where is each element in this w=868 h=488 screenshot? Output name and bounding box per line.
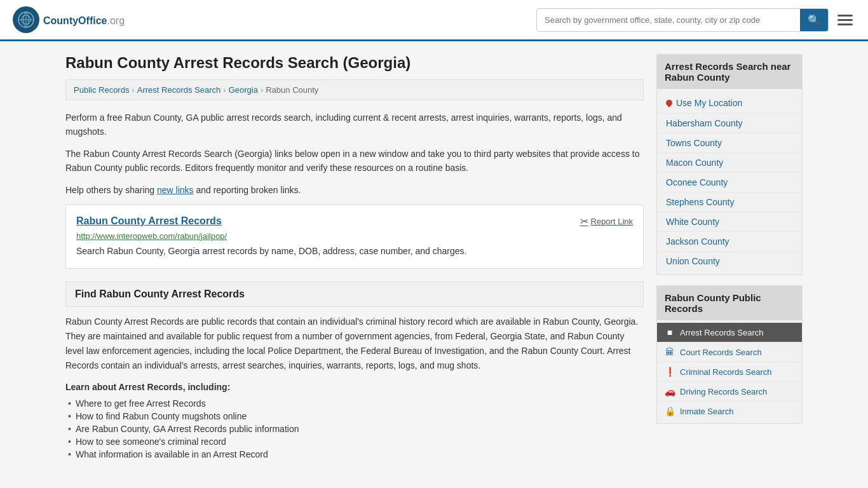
logo-text: CountyOffice.org — [43, 13, 125, 27]
sidebar-nearby-link[interactable]: Habersham County — [657, 114, 802, 133]
breadcrumb-rabun: Rabun County — [266, 85, 318, 95]
breadcrumb-sep-3: › — [261, 85, 263, 95]
pub-records-list: ■Arrest Records Search🏛Court Records Sea… — [657, 320, 802, 423]
main-container: Rabun County Arrest Records Search (Geor… — [53, 54, 815, 461]
header-right: 🔍 — [536, 8, 855, 32]
scissors-icon: ✂ — [580, 215, 588, 227]
sidebar-nearby-header: Arrest Records Search near Rabun County — [657, 55, 802, 89]
find-section-body: Rabun County Arrest Records are public r… — [65, 315, 644, 373]
record-type-label: Court Records Search — [680, 348, 762, 357]
desc-paragraph-1: Perform a free Rabun County, GA public a… — [65, 111, 644, 139]
sidebar-nearby-link[interactable]: Oconee County — [657, 173, 802, 193]
report-link[interactable]: ✂ Report Link — [580, 215, 633, 227]
pub-record-item[interactable]: ■Arrest Records Search — [657, 323, 802, 342]
sidebar-nearby-link[interactable]: Towns County — [657, 133, 802, 153]
sidebar-nearby-section: Arrest Records Search near Rabun County … — [656, 54, 803, 275]
learn-list-item: What information is available in an Arre… — [65, 448, 644, 461]
record-type-icon: 🔒 — [665, 406, 675, 416]
record-type-icon: 🚗 — [665, 386, 675, 396]
learn-list-item: How to find Rabun County mugshots online — [65, 410, 644, 423]
record-description: Search Rabun County, Georgia arrest reco… — [76, 245, 633, 258]
logo-area: CountyOffice.org — [13, 6, 125, 33]
breadcrumb-sep-2: › — [223, 85, 226, 95]
use-location-link[interactable]: Use My Location — [657, 93, 802, 114]
learn-list-item: Are Rabun County, GA Arrest Records publ… — [65, 423, 644, 435]
menu-button[interactable] — [835, 12, 855, 28]
pub-record-item[interactable]: 🏛Court Records Search — [657, 342, 802, 362]
pub-record-item[interactable]: ❗Criminal Records Search — [657, 362, 802, 382]
record-card: Rabun County Arrest Records ✂ Report Lin… — [65, 205, 644, 269]
search-button[interactable]: 🔍 — [800, 9, 828, 31]
sidebar-nearby-links: Use My Location Habersham CountyTowns Co… — [657, 89, 802, 274]
location-icon — [665, 98, 674, 107]
learn-list-item: Where to get free Arrest Records — [65, 397, 644, 410]
sidebar-nearby-link[interactable]: White County — [657, 212, 802, 232]
breadcrumb-arrest-records[interactable]: Arrest Records Search — [137, 85, 221, 95]
sidebar-public-records-section: Rabun County Public Records ■Arrest Reco… — [656, 285, 803, 424]
record-type-icon: ❗ — [665, 367, 675, 377]
desc-paragraph-3: Help others by sharing new links and rep… — [65, 183, 644, 197]
search-bar: 🔍 — [536, 8, 829, 32]
record-type-icon: 🏛 — [665, 347, 675, 357]
breadcrumb: Public Records › Arrest Records Search ›… — [65, 79, 644, 100]
search-input[interactable] — [537, 10, 800, 30]
sidebar: Arrest Records Search near Rabun County … — [656, 54, 803, 461]
desc3b-text: and reporting broken links. — [196, 185, 301, 195]
desc3-text: Help others by sharing — [65, 185, 154, 195]
breadcrumb-georgia[interactable]: Georgia — [229, 85, 258, 95]
breadcrumb-sep-1: › — [132, 85, 134, 95]
sidebar-public-records-header: Rabun County Public Records — [657, 286, 802, 320]
page-title: Rabun County Arrest Records Search (Geor… — [65, 54, 644, 72]
sidebar-nearby-link[interactable]: Macon County — [657, 153, 802, 173]
record-type-label: Arrest Records Search — [680, 328, 764, 337]
learn-list-item: How to see someone's criminal record — [65, 435, 644, 448]
record-url-link[interactable]: http://www.interopweb.com/rabun/jailpop/ — [76, 231, 227, 241]
record-type-icon: ■ — [665, 327, 675, 337]
record-type-label: Criminal Records Search — [680, 367, 772, 377]
nearby-links-container: Habersham CountyTowns CountyMacon County… — [657, 114, 802, 271]
site-header: CountyOffice.org 🔍 — [0, 0, 868, 41]
sidebar-nearby-link[interactable]: Union County — [657, 252, 802, 271]
pub-record-item[interactable]: 🔒Inmate Search — [657, 402, 802, 421]
record-title-link[interactable]: Rabun County Arrest Records — [76, 215, 222, 227]
record-type-label: Driving Records Search — [680, 387, 767, 396]
pub-record-item[interactable]: 🚗Driving Records Search — [657, 382, 802, 402]
new-links-link[interactable]: new links — [157, 185, 194, 195]
content-area: Rabun County Arrest Records Search (Geor… — [65, 54, 644, 461]
breadcrumb-public-records[interactable]: Public Records — [74, 85, 129, 95]
logo-icon — [13, 6, 39, 33]
learn-heading: Learn about Arrest Records, including: — [65, 382, 644, 392]
sidebar-nearby-link[interactable]: Jackson County — [657, 232, 802, 252]
find-section-title: Find Rabun County Arrest Records — [75, 288, 634, 300]
desc-paragraph-2: The Rabun County Arrest Records Search (… — [65, 147, 644, 175]
record-title-row: Rabun County Arrest Records ✂ Report Lin… — [76, 215, 633, 227]
record-url: http://www.interopweb.com/rabun/jailpop/ — [76, 231, 633, 241]
sidebar-nearby-link[interactable]: Stephens County — [657, 193, 802, 212]
learn-list: Where to get free Arrest RecordsHow to f… — [65, 397, 644, 461]
record-type-label: Inmate Search — [680, 407, 734, 416]
find-section-header: Find Rabun County Arrest Records — [65, 281, 644, 307]
